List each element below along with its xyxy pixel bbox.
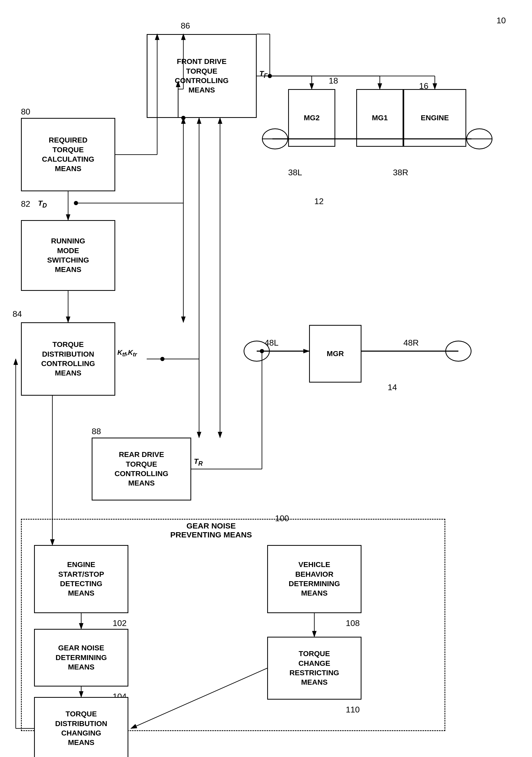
ref-88: 88 <box>92 427 101 436</box>
ref-100: 100 <box>275 514 289 523</box>
engine-start-stop-box: ENGINESTART/STOPDETECTINGMEANS <box>34 545 128 613</box>
td-label: TD <box>38 199 47 209</box>
ref-12: 12 <box>314 197 324 206</box>
tf-label: TF <box>259 70 267 79</box>
ref-108: 108 <box>346 619 360 628</box>
required-torque-box: REQUIREDTORQUECALCULATINGMEANS <box>21 118 115 191</box>
front-axle-left <box>262 128 288 149</box>
rear-drive-box: REAR DRIVETORQUECONTROLLINGMEANS <box>92 438 191 500</box>
engine-box: ENGINE <box>403 89 466 147</box>
running-mode-box: RUNNINGMODESWITCHINGMEANS <box>21 220 115 291</box>
ref-82: 82 <box>21 199 30 209</box>
ref-48r: 48R <box>403 338 419 348</box>
gear-noise-det-box: GEAR NOISEDETERMININGMEANS <box>34 629 128 686</box>
torque-dist-box: TORQUEDISTRIBUTIONCONTROLLINGMEANS <box>21 322 115 396</box>
ktf-ktr-label: Ktf,Ktr <box>117 348 137 358</box>
svg-point-26 <box>160 357 164 361</box>
svg-point-11 <box>268 74 272 78</box>
front-drive-box: FRONT DRIVETORQUECONTROLLINGMEANS <box>147 34 257 118</box>
ref-10: 10 <box>496 16 506 25</box>
svg-point-22 <box>74 201 78 205</box>
ref-86: 86 <box>181 21 190 31</box>
ref-80: 80 <box>21 107 30 117</box>
ref-14: 14 <box>388 382 397 392</box>
tr-label: TR <box>194 457 203 467</box>
mg1-box: MG1 <box>356 89 403 147</box>
ref-18: 18 <box>329 76 338 86</box>
diagram-container: 10 FRONT DRIVETORQUECONTROLLINGMEANS 86 … <box>0 0 532 757</box>
ref-38r: 38R <box>393 168 408 177</box>
ref-84: 84 <box>13 309 22 319</box>
front-axle-right <box>466 128 492 149</box>
torque-change-restricting-box: TORQUECHANGERESTRICTINGMEANS <box>267 637 362 700</box>
mg2-box: MG2 <box>288 89 335 147</box>
gear-noise-preventing-label: GEAR NOISEPREVENTING MEANS <box>170 522 252 539</box>
ref-38l: 38L <box>288 168 302 177</box>
ref-102: 102 <box>113 619 127 628</box>
rear-axle-right <box>445 341 471 362</box>
rear-axle-left <box>244 341 270 362</box>
mgr-box: MGR <box>309 325 362 382</box>
torque-dist-changing-box: TORQUEDISTRIBUTIONCHANGINGMEANS <box>34 697 128 757</box>
ref-110: 110 <box>346 705 360 714</box>
vehicle-behavior-box: VEHICLEBEHAVIORDETERMININGMEANS <box>267 545 362 613</box>
